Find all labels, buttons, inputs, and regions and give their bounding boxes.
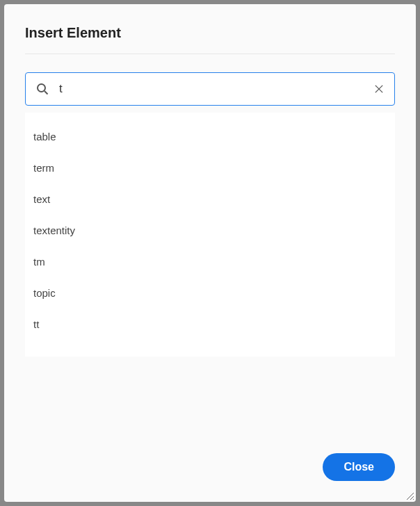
divider (25, 54, 395, 54)
spacer (25, 357, 395, 439)
dialog-title: Insert Element (25, 25, 395, 41)
result-item-textentity[interactable]: textentity (25, 215, 395, 246)
search-input[interactable] (25, 72, 395, 106)
result-item-text[interactable]: text (25, 183, 395, 215)
result-item-topic[interactable]: topic (25, 277, 395, 309)
svg-line-4 (407, 493, 414, 500)
dialog-footer: Close (25, 439, 395, 481)
insert-element-dialog: Insert Element table term text textentit… (4, 4, 416, 502)
svg-line-5 (410, 496, 414, 500)
resize-handle-icon (405, 491, 414, 500)
close-button[interactable]: Close (323, 453, 395, 481)
result-item-term[interactable]: term (25, 152, 395, 183)
svg-line-6 (413, 499, 414, 500)
result-item-tt[interactable]: tt (25, 309, 395, 340)
results-list: table term text textentity tm topic tt (25, 113, 395, 357)
search-wrapper (25, 72, 395, 106)
clear-icon[interactable] (374, 84, 384, 94)
result-item-table[interactable]: table (25, 121, 395, 152)
result-item-tm[interactable]: tm (25, 246, 395, 277)
